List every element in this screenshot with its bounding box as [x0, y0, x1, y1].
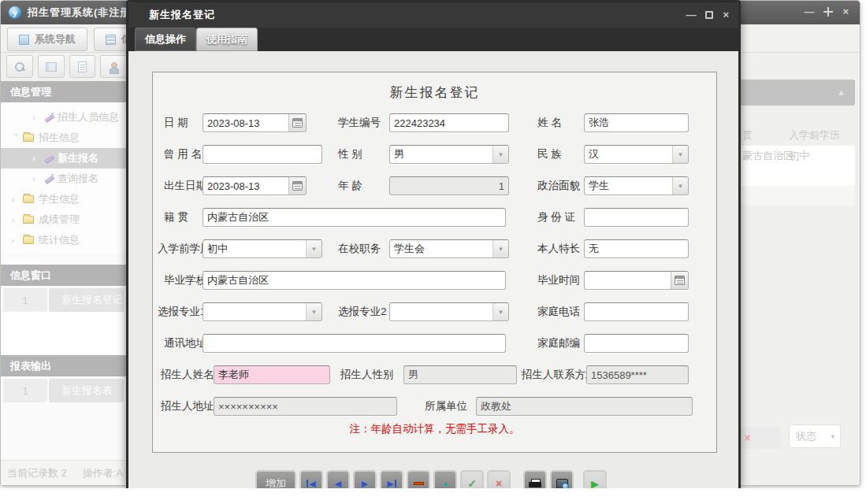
- chevron-down-icon[interactable]: ▼: [672, 177, 688, 195]
- gender-select[interactable]: 男 ▼: [389, 145, 509, 164]
- school-duty-select[interactable]: 学生会 ▼: [389, 239, 509, 258]
- recruiter-name-field[interactable]: [214, 365, 330, 384]
- chevron-down-icon[interactable]: ▼: [672, 146, 688, 163]
- tree-item-student-info[interactable]: › 学生信息: [1, 189, 126, 209]
- record-toolbar: 增加 ◀ ◀ ▶ ▶ ▲ ✓ ×: [255, 470, 607, 488]
- columns-button[interactable]: [38, 55, 65, 78]
- minimize-icon[interactable]: —: [804, 6, 814, 17]
- operator-label: 操作者:A: [83, 466, 123, 480]
- chevron-down-icon[interactable]: ▼: [306, 240, 321, 258]
- native-place-field[interactable]: [203, 208, 506, 227]
- calendar-button[interactable]: [671, 272, 688, 289]
- tab-system-nav[interactable]: 系统导航: [7, 28, 87, 51]
- up-button[interactable]: ▲: [433, 470, 457, 488]
- document-button[interactable]: [69, 55, 96, 78]
- id-card-field[interactable]: [584, 208, 689, 227]
- former-name-input[interactable]: [203, 146, 321, 163]
- name-field[interactable]: [584, 113, 689, 132]
- tab-user-guide[interactable]: 使用指南: [196, 28, 258, 51]
- calendar-button[interactable]: [288, 114, 306, 132]
- add-button[interactable]: 增加: [255, 470, 296, 488]
- chevron-down-icon[interactable]: ▼: [492, 303, 508, 321]
- grad-school-field[interactable]: [203, 271, 506, 290]
- address-input[interactable]: [203, 335, 505, 352]
- minimize-icon[interactable]: —: [686, 9, 696, 20]
- specialty-field[interactable]: [584, 239, 689, 258]
- birth-date-input[interactable]: [203, 177, 288, 195]
- pre-education-select[interactable]: 初中 ▼: [203, 239, 322, 258]
- ethnic-label: 民 族: [537, 145, 562, 164]
- next-arrow-icon: ▶: [387, 479, 393, 489]
- collapse-icon[interactable]: ▲: [837, 87, 846, 97]
- grad-time-field[interactable]: [584, 271, 689, 290]
- close-icon[interactable]: ×: [723, 9, 729, 20]
- ethnic-select[interactable]: 汉 ▼: [584, 145, 689, 164]
- tree-item-label: 成绩管理: [39, 213, 80, 227]
- name-input[interactable]: [585, 114, 688, 132]
- political-select[interactable]: 学生 ▼: [584, 176, 689, 195]
- id-card-input[interactable]: [585, 209, 688, 226]
- chevron-down-icon[interactable]: ▼: [492, 240, 508, 258]
- delete-record-button[interactable]: [407, 470, 430, 488]
- gender-label: 性 别: [338, 145, 362, 164]
- student-id-input[interactable]: [390, 114, 508, 132]
- form-title: 新生报名登记: [153, 83, 716, 102]
- chevron-down-icon[interactable]: ▼: [492, 146, 508, 163]
- status-dropdown-value: 状态: [790, 429, 826, 443]
- tree-item-query-registration[interactable]: › 查询报名: [1, 169, 126, 189]
- user-button[interactable]: [100, 55, 127, 78]
- grad-school-input[interactable]: [203, 272, 505, 289]
- native-place-input[interactable]: [203, 209, 505, 226]
- specialty-input[interactable]: [585, 240, 688, 258]
- address-field[interactable]: [203, 334, 506, 353]
- wand-icon: [43, 154, 54, 164]
- tab-label: 系统导航: [35, 32, 76, 46]
- date-input[interactable]: [203, 114, 288, 132]
- cancel-button[interactable]: ×: [487, 470, 511, 488]
- run-button[interactable]: ▶: [583, 470, 607, 488]
- tree-item-recruiter-info[interactable]: › 招生人员信息: [1, 107, 126, 128]
- native-place-label: 籍 贯: [164, 208, 188, 227]
- export-button[interactable]: [550, 470, 574, 488]
- maximize-icon[interactable]: [705, 11, 713, 19]
- search-button[interactable]: [6, 55, 33, 78]
- last-record-button[interactable]: ▶: [380, 470, 403, 488]
- recruiter-address-label: 招生人地址: [161, 397, 214, 416]
- former-name-field[interactable]: [203, 145, 322, 164]
- tree-item-statistics[interactable]: › 统计信息: [1, 230, 126, 250]
- home-phone-field[interactable]: [584, 302, 689, 321]
- first-record-button[interactable]: ◀: [299, 470, 323, 488]
- tree-item-grade-mgmt[interactable]: › 成绩管理: [1, 209, 126, 230]
- home-zip-input[interactable]: [585, 335, 688, 352]
- close-icon[interactable]: ×: [842, 6, 849, 17]
- print-button[interactable]: [523, 470, 547, 488]
- dialog-tabbar: 信息操作 使用指南: [128, 28, 738, 51]
- report-item[interactable]: 1 新生报名表: [3, 379, 124, 402]
- recruiter-name-input[interactable]: [214, 366, 329, 384]
- calendar-button[interactable]: [288, 177, 306, 195]
- grad-time-input[interactable]: [585, 272, 671, 289]
- prev-record-button[interactable]: ◀: [326, 470, 350, 488]
- restore-icon[interactable]: [823, 7, 833, 17]
- tab-info-operation[interactable]: 信息操作: [135, 28, 196, 51]
- tree-item-admission-info[interactable]: › 招生信息: [1, 128, 126, 148]
- major1-select[interactable]: ▼: [203, 302, 322, 321]
- next-record-button[interactable]: ▶: [353, 470, 377, 488]
- home-zip-field[interactable]: [584, 334, 689, 353]
- student-id-field[interactable]: [389, 113, 509, 132]
- status-dropdown[interactable]: 状态 ▼: [789, 424, 841, 448]
- registration-dialog: 新生报名登记 — × 信息操作 使用指南 新生报名登记 日 期 学生编号 姓 名: [126, 0, 741, 488]
- chevron-down-icon[interactable]: ▼: [306, 303, 321, 321]
- home-phone-input[interactable]: [585, 303, 688, 321]
- record-count: 当前记录数 2: [7, 466, 67, 480]
- confirm-button[interactable]: ✓: [460, 470, 484, 488]
- birth-date-field[interactable]: [203, 176, 307, 195]
- date-field[interactable]: [203, 113, 307, 132]
- search-icon: [14, 61, 25, 72]
- info-window-item[interactable]: 1 新生报名登记: [3, 288, 124, 312]
- tree-item-new-registration[interactable]: › 新生报名: [1, 148, 126, 169]
- chevron-right-icon: ›: [12, 215, 21, 224]
- major2-select[interactable]: ▼: [389, 302, 509, 321]
- prev-arrow-icon: ◀: [335, 479, 341, 489]
- cell-native-place: 蒙古自治区: [742, 149, 794, 163]
